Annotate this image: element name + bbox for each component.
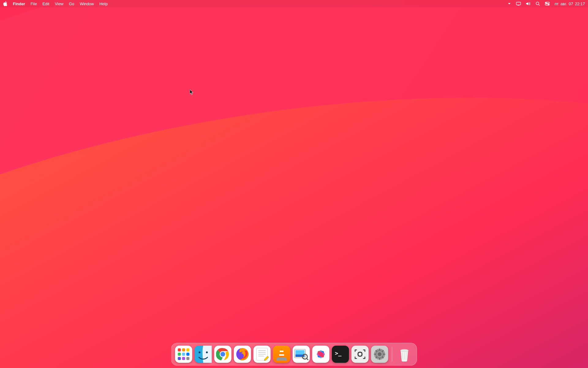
mouse-cursor (190, 90, 194, 95)
svg-point-39 (378, 352, 382, 356)
clock-day: пт (555, 2, 559, 6)
svg-point-9 (199, 351, 201, 353)
svg-point-6 (546, 2, 546, 3)
menu-app-name[interactable]: Finder (13, 2, 25, 6)
svg-rect-20 (280, 351, 284, 352)
volume-icon[interactable] (526, 2, 531, 6)
svg-point-41 (401, 349, 409, 352)
dock-firefox[interactable] (234, 346, 251, 363)
dock-trash[interactable] (396, 346, 413, 363)
svg-point-7 (548, 4, 549, 5)
menubar-clock[interactable]: пт авг. 07 22:17 (555, 2, 585, 6)
svg-line-26 (307, 358, 308, 360)
svg-rect-0 (516, 2, 521, 5)
svg-text:>_: >_ (335, 350, 342, 356)
menu-go[interactable]: Go (69, 2, 74, 6)
control-center-icon[interactable] (545, 2, 550, 6)
apple-menu-icon[interactable] (3, 1, 7, 6)
svg-point-10 (206, 351, 208, 353)
menu-bar: Finder File Edit View Go Window Help пт … (0, 0, 588, 7)
svg-rect-21 (279, 354, 284, 356)
desktop-wallpaper (0, 0, 588, 368)
dock-system-preferences[interactable] (371, 346, 388, 363)
svg-point-2 (536, 2, 539, 5)
dropdown-icon[interactable] (507, 2, 511, 6)
dock-textedit[interactable] (254, 346, 271, 363)
clock-time: 22:17 (575, 2, 585, 6)
dock-screenshot[interactable] (352, 346, 369, 363)
svg-line-3 (539, 5, 540, 6)
menu-file[interactable]: File (31, 2, 37, 6)
dock-chrome[interactable] (214, 346, 232, 363)
menu-help[interactable]: Help (100, 2, 108, 6)
dock-finder[interactable] (195, 346, 212, 363)
svg-rect-23 (296, 350, 305, 355)
menu-view[interactable]: View (55, 2, 63, 6)
menu-edit[interactable]: Edit (43, 2, 49, 6)
dock-photos[interactable] (312, 346, 330, 363)
dock: >_ (171, 343, 417, 366)
dock-launchpad[interactable] (175, 346, 192, 363)
dock-preview[interactable] (293, 346, 310, 363)
menu-window[interactable]: Window (80, 2, 94, 6)
clock-date: 07 (569, 2, 573, 6)
dock-vlc[interactable] (273, 346, 290, 363)
display-icon[interactable] (516, 2, 521, 6)
clock-month: авг. (560, 2, 567, 6)
dock-separator (392, 347, 392, 362)
dock-terminal[interactable]: >_ (332, 346, 349, 363)
search-icon[interactable] (536, 2, 540, 6)
